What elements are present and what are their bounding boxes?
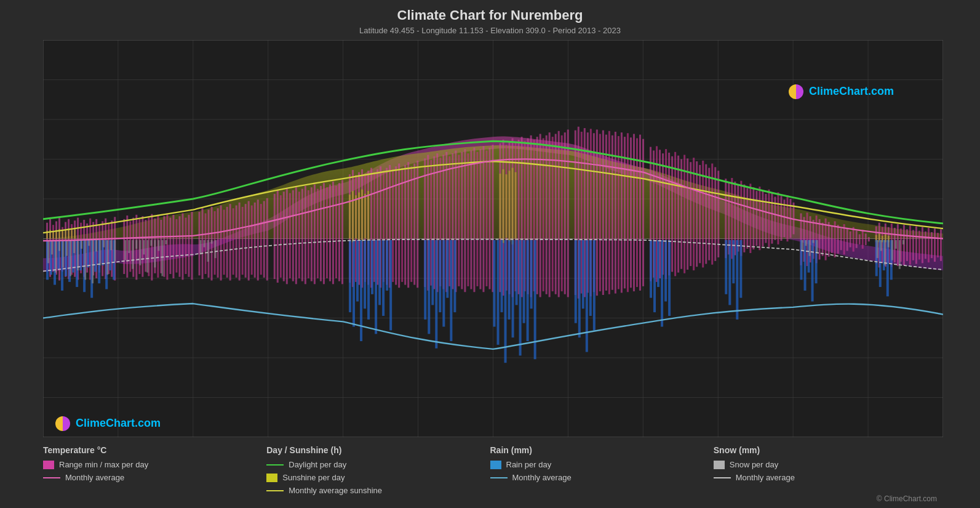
- svg-rect-113: [341, 180, 343, 284]
- svg-rect-411: [73, 240, 75, 253]
- svg-rect-148: [458, 155, 460, 286]
- svg-rect-360: [439, 240, 441, 312]
- svg-rect-285: [906, 229, 908, 261]
- svg-rect-289: [918, 231, 920, 260]
- svg-rect-241: [762, 190, 763, 246]
- svg-rect-312: [364, 194, 366, 239]
- svg-rect-346: [356, 240, 359, 302]
- svg-rect-268: [850, 232, 851, 248]
- svg-rect-417: [95, 240, 97, 252]
- svg-rect-421: [110, 240, 112, 250]
- legend-label-rain-day: Rain per day: [506, 460, 552, 469]
- svg-rect-438: [211, 240, 213, 244]
- svg-rect-259: [822, 223, 824, 256]
- svg-rect-287: [912, 230, 914, 260]
- svg-rect-365: [493, 240, 496, 327]
- svg-rect-191: [599, 134, 601, 291]
- svg-rect-214: [674, 152, 676, 276]
- svg-rect-391: [732, 240, 735, 283]
- svg-rect-262: [831, 225, 833, 253]
- svg-rect-243: [768, 190, 770, 248]
- svg-rect-442: [809, 240, 811, 256]
- svg-rect-270: [856, 231, 858, 248]
- svg-rect-368: [504, 240, 507, 363]
- svg-rect-367: [501, 240, 503, 312]
- legend-swatch-sunshine: [266, 474, 277, 482]
- svg-rect-158: [488, 148, 490, 289]
- svg-rect-435: [200, 240, 202, 254]
- svg-rect-423: [124, 240, 126, 260]
- svg-rect-87: [257, 200, 259, 280]
- svg-rect-426: [135, 240, 137, 249]
- svg-rect-154: [476, 152, 478, 286]
- svg-rect-130: [398, 164, 400, 288]
- svg-rect-303: [65, 230, 66, 238]
- svg-rect-288: [915, 227, 917, 264]
- svg-rect-345: [353, 240, 355, 327]
- svg-rect-83: [245, 204, 247, 278]
- svg-rect-105: [317, 189, 319, 278]
- svg-rect-291: [925, 232, 926, 259]
- svg-rect-90: [266, 198, 268, 281]
- svg-rect-66: [188, 215, 189, 277]
- svg-rect-75: [220, 206, 222, 281]
- svg-rect-152: [470, 150, 472, 289]
- svg-rect-418: [99, 240, 101, 265]
- svg-rect-112: [338, 183, 340, 281]
- legend-label-daylight: Daylight per day: [289, 460, 346, 469]
- svg-rect-450: [895, 240, 897, 249]
- svg-rect-378: [578, 240, 581, 337]
- svg-rect-225: [708, 168, 710, 260]
- svg-rect-227: [714, 167, 716, 260]
- svg-rect-431: [154, 240, 156, 268]
- svg-rect-274: [868, 237, 870, 241]
- svg-rect-352: [378, 240, 381, 305]
- svg-rect-452: [902, 240, 904, 244]
- svg-rect-111: [335, 186, 337, 278]
- logo-bottom-left: ClimeChart.com: [55, 416, 161, 431]
- svg-rect-362: [446, 240, 448, 298]
- legend-line-daylight: [266, 464, 284, 466]
- svg-rect-363: [450, 240, 452, 341]
- svg-rect-314: [500, 174, 501, 239]
- main-chart-svg: 50 40 30 20 10 0 -10 -20 -30 -40 -50 24 …: [43, 40, 943, 437]
- svg-rect-448: [888, 240, 890, 248]
- svg-rect-67: [191, 212, 193, 280]
- svg-rect-150: [464, 149, 466, 292]
- svg-rect-106: [320, 186, 322, 281]
- svg-rect-440: [802, 240, 803, 251]
- svg-rect-373: [523, 240, 525, 323]
- logo-top-right: ClimeChart.com: [789, 84, 894, 99]
- svg-rect-427: [139, 240, 141, 265]
- svg-rect-157: [485, 150, 487, 286]
- svg-rect-172: [536, 137, 538, 294]
- svg-rect-101: [305, 186, 306, 284]
- svg-rect-59: [166, 213, 168, 280]
- svg-rect-387: [664, 240, 667, 302]
- svg-rect-432: [157, 240, 159, 251]
- legend-item-daylight: Daylight per day: [266, 460, 490, 469]
- svg-rect-220: [693, 158, 695, 270]
- svg-rect-218: [687, 158, 688, 270]
- svg-rect-98: [295, 187, 297, 284]
- svg-rect-408: [62, 240, 64, 268]
- svg-rect-96: [289, 193, 291, 278]
- svg-rect-430: [150, 240, 152, 246]
- legend-label-rain-avg: Monthly average: [512, 473, 572, 482]
- svg-rect-151: [467, 153, 469, 286]
- svg-rect-402: [886, 240, 889, 296]
- svg-rect-445: [877, 240, 878, 258]
- svg-rect-109: [329, 185, 331, 281]
- svg-rect-361: [442, 240, 445, 327]
- svg-rect-84: [248, 201, 250, 281]
- svg-rect-190: [596, 129, 598, 296]
- svg-rect-221: [696, 161, 698, 267]
- legend-swatch-rain: [490, 461, 501, 469]
- svg-rect-447: [884, 240, 886, 265]
- svg-rect-284: [903, 225, 905, 265]
- svg-rect-78: [229, 204, 231, 280]
- svg-rect-404: [47, 240, 49, 264]
- svg-rect-180: [561, 135, 563, 291]
- svg-rect-428: [143, 240, 145, 254]
- svg-rect-407: [58, 240, 60, 251]
